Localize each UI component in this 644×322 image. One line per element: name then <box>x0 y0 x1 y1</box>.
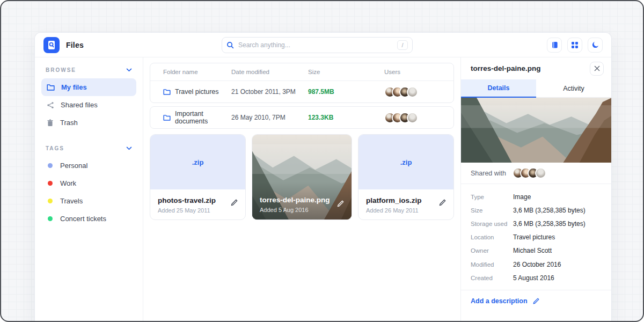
search-icon <box>226 41 234 49</box>
column-header-date-modified: Date modified <box>231 69 308 75</box>
top-bar: Files / <box>35 33 611 57</box>
table-row-important-documents[interactable]: Important documents 26 May 2010, 7PM 123… <box>150 107 453 128</box>
folder-icon <box>47 84 55 91</box>
table-row-travel-pictures[interactable]: Travel pictures 21 October 2011, 3PM 987… <box>150 81 453 103</box>
detail-value: 3,6 MB (3,258,385 bytes) <box>513 220 586 228</box>
tags-section-header[interactable]: TAGS <box>41 143 136 157</box>
detail-value: 3,6 MB (3,258,385 bytes) <box>513 207 586 214</box>
tab-details[interactable]: Details <box>461 79 536 98</box>
folder-size: 987.5MB <box>308 88 384 96</box>
sidebar-item-label: My files <box>61 83 87 91</box>
file-details-list: Type Image Size 3,6 MB (3,258,385 bytes)… <box>461 184 611 290</box>
search-bar[interactable]: / <box>222 37 413 53</box>
folder-size: 123.3KB <box>308 114 384 121</box>
folder-name: Travel pictures <box>175 88 219 96</box>
browse-section-header[interactable]: BROWSE <box>41 65 136 78</box>
tag-item-concert-tickets[interactable]: Concert tickets <box>41 210 136 228</box>
app-title: Files <box>66 41 84 49</box>
panel-file-title: torres-del-paine.png <box>471 64 541 72</box>
browse-section-title: BROWSE <box>46 67 76 73</box>
detail-label: Owner <box>471 247 513 254</box>
rename-pencil-icon[interactable] <box>336 200 345 208</box>
file-name: torres-del-paine.png <box>260 196 330 204</box>
details-panel: torres-del-paine.png Details Activity <box>460 57 611 322</box>
add-description-label: Add a description <box>471 297 528 305</box>
detail-label: Created <box>471 275 513 281</box>
detail-value: 26 October 2016 <box>513 261 561 268</box>
detail-label: Size <box>471 207 513 214</box>
apps-grid-icon <box>571 41 579 49</box>
table-header-row: Folder name Date modified Size Users <box>150 63 453 81</box>
sidebar-item-trash[interactable]: Trash <box>41 114 136 131</box>
detail-label: Storage used <box>471 221 513 227</box>
detail-value: Michael Scott <box>513 247 552 254</box>
app-brand[interactable]: Files <box>43 37 84 53</box>
folders-table: Folder name Date modified Size Users Tra… <box>150 63 454 103</box>
share-icon <box>47 101 54 109</box>
users-avatar-group <box>384 86 441 98</box>
shared-avatar-group <box>513 167 546 179</box>
chevron-down-icon[interactable] <box>126 147 132 150</box>
notebook-button[interactable] <box>547 38 562 53</box>
file-cards-row: .zip photos-travel.zip Added 25 May 2011 <box>150 134 454 220</box>
detail-value: Image <box>513 193 531 201</box>
zip-badge: .zip <box>400 158 412 166</box>
file-name: platform_ios.zip <box>366 196 446 204</box>
file-name: photos-travel.zip <box>158 196 238 204</box>
sidebar-item-label: Shared files <box>61 101 98 109</box>
tab-activity[interactable]: Activity <box>536 79 611 98</box>
desktop-background: Files / <box>0 0 644 322</box>
zip-preview-area: .zip <box>150 135 245 189</box>
detail-row-created: Created 5 August 2016 <box>471 271 602 284</box>
detail-label: Type <box>471 194 513 200</box>
avatar <box>407 112 418 123</box>
app-body: BROWSE My files Shared files <box>35 57 611 322</box>
column-header-users: Users <box>384 69 441 75</box>
tag-label: Travels <box>60 197 83 205</box>
tag-dot-icon <box>48 181 53 186</box>
folders-table-row-2: Important documents 26 May 2010, 7PM 123… <box>150 106 454 129</box>
tags-section-title: TAGS <box>46 145 64 151</box>
sidebar-item-my-files[interactable]: My files <box>41 78 136 96</box>
topbar-actions <box>547 38 603 53</box>
app-logo-icon <box>43 37 60 53</box>
detail-row-location: Location Travel pictures <box>471 231 602 244</box>
avatar <box>535 167 546 179</box>
detail-row-size: Size 3,6 MB (3,258,385 bytes) <box>471 203 602 217</box>
dark-mode-toggle[interactable] <box>588 38 603 53</box>
file-card-torres-del-paine[interactable]: torres-del-paine.png Added 5 Aug 2016 <box>252 134 352 220</box>
sidebar-item-shared-files[interactable]: Shared files <box>41 96 136 114</box>
panel-tabs: Details Activity <box>461 79 611 98</box>
file-added-date: Added 26 May 2011 <box>366 207 446 214</box>
tag-label: Concert tickets <box>60 215 106 223</box>
tag-item-personal[interactable]: Personal <box>41 157 136 174</box>
tag-item-travels[interactable]: Travels <box>41 192 136 210</box>
search-shortcut-badge: / <box>397 40 408 50</box>
apps-grid-button[interactable] <box>567 38 582 53</box>
edit-pencil-icon <box>532 297 540 305</box>
rename-pencil-icon[interactable] <box>438 199 447 207</box>
detail-row-modified: Modified 26 October 2016 <box>471 258 602 271</box>
main-content: Folder name Date modified Size Users Tra… <box>143 57 460 322</box>
tag-label: Personal <box>60 162 87 170</box>
files-app-window: Files / <box>34 32 612 322</box>
sidebar-item-label: Trash <box>60 119 78 127</box>
date-modified: 21 October 2011, 3PM <box>231 88 308 96</box>
file-card-photos-travel-zip[interactable]: .zip photos-travel.zip Added 25 May 2011 <box>150 134 246 220</box>
add-description-button[interactable]: Add a description <box>461 290 611 312</box>
tag-item-work[interactable]: Work <box>41 174 136 192</box>
search-input[interactable] <box>238 41 393 49</box>
file-card-platform-ios-zip[interactable]: .zip platform_ios.zip Added 26 May 2011 <box>358 134 454 220</box>
tag-dot-icon <box>48 163 53 168</box>
close-panel-button[interactable] <box>590 62 604 76</box>
chevron-down-icon[interactable] <box>126 68 132 72</box>
shared-with-label: Shared with <box>471 170 506 177</box>
folder-icon <box>163 114 171 121</box>
tag-label: Work <box>60 179 76 187</box>
rename-pencil-icon[interactable] <box>230 199 238 207</box>
notebook-icon <box>551 41 559 49</box>
detail-value: Travel pictures <box>513 233 555 241</box>
folder-name: Important documents <box>175 110 231 125</box>
close-icon <box>594 65 600 71</box>
tag-dot-icon <box>48 199 53 203</box>
